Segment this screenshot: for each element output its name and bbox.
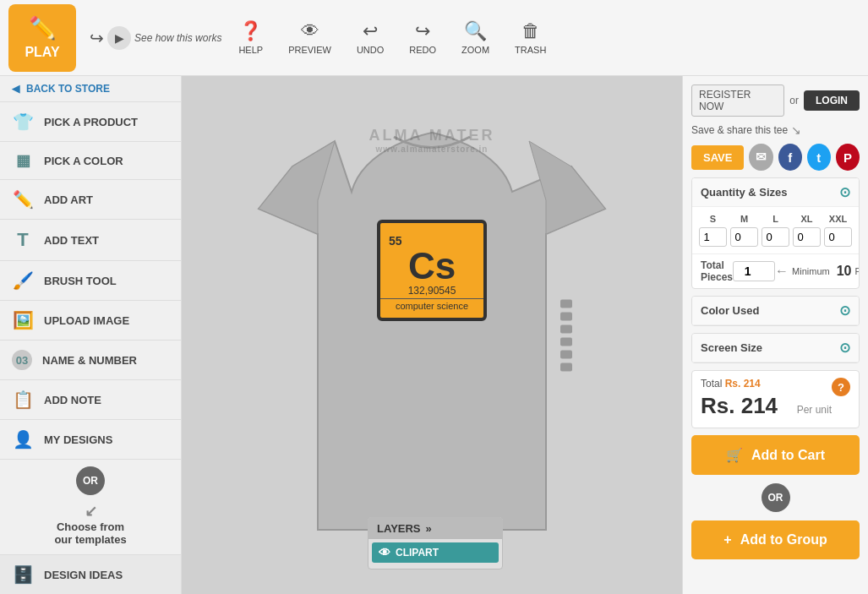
add-art-label: ADD ART [44, 193, 93, 206]
size-grid: S M L XL XXL [692, 207, 859, 253]
color-used-chevron-icon: ⊙ [839, 302, 850, 319]
zoom-button[interactable]: 🔍 ZOOM [453, 17, 498, 58]
resize-handle-6[interactable] [560, 363, 572, 372]
clipart-element[interactable]: 55 Cs 132,90545 computer science [377, 220, 487, 321]
resize-handle-3[interactable] [560, 325, 572, 334]
preview-button[interactable]: 👁 PREVIEW [280, 17, 340, 58]
size-xl-input[interactable] [793, 227, 821, 247]
or-circle: OR [76, 466, 105, 495]
my-designs-icon: 👤 [12, 429, 34, 450]
image-icon: 🖼️ [12, 310, 34, 330]
text-icon: T [12, 229, 34, 251]
sidebar-item-my-designs[interactable]: 👤 MY DESIGNS [0, 420, 181, 460]
resize-handle-1[interactable] [560, 300, 572, 308]
help-button[interactable]: ❓ HELP [230, 17, 271, 58]
how-it-works-link[interactable]: ↪ ▶ See how this works [90, 26, 221, 50]
add-to-group-label: Add to Group [740, 532, 827, 548]
back-to-store-label: BACK TO STORE [26, 83, 110, 95]
quantity-sizes-label: Quantity & Sizes [701, 186, 788, 199]
preview-icon: 👁 [301, 20, 319, 42]
pinterest-share-button[interactable]: P [836, 144, 860, 171]
sidebar-item-upload-image[interactable]: 🖼️ UPLOAD IMAGE [0, 301, 181, 341]
watermark: ALMA MATER www.almamaterstore.in [369, 127, 495, 154]
resize-handle-4[interactable] [560, 338, 572, 346]
play-label: PLAY [25, 45, 59, 60]
twitter-share-button[interactable]: t [807, 144, 831, 171]
trash-button[interactable]: 🗑 TRASH [506, 17, 554, 58]
sidebar-item-add-text[interactable]: T ADD TEXT [0, 220, 181, 261]
save-button[interactable]: SAVE [691, 145, 744, 170]
redo-button[interactable]: ↪ REDO [401, 17, 445, 58]
watermark-line2: www.almamaterstore.in [369, 144, 495, 154]
size-xxl-input[interactable] [824, 227, 852, 247]
save-share-label: Save & share this tee [691, 124, 788, 136]
size-s-input[interactable] [699, 227, 727, 247]
total-pieces-input[interactable] [733, 261, 775, 281]
size-m-input[interactable] [730, 227, 758, 247]
undo-button[interactable]: ↩ UNDO [348, 17, 392, 58]
resize-handle-2[interactable] [560, 313, 572, 321]
play-icon: ✏️ [29, 15, 56, 41]
redo-icon: ↪ [415, 20, 430, 42]
screen-size-header[interactable]: Screen Size ⊙ [692, 334, 859, 362]
arrow-icon: ↪ [90, 28, 104, 48]
quantity-chevron-icon: ⊙ [839, 184, 850, 200]
size-xxl-label: XXL [824, 214, 852, 224]
preview-label: PREVIEW [288, 45, 331, 55]
resize-handle-5[interactable] [560, 351, 572, 359]
size-l-input[interactable] [762, 227, 789, 247]
or-circle-right: OR [762, 483, 790, 512]
layers-expand-icon[interactable]: » [426, 522, 432, 535]
auth-or-label: or [789, 95, 799, 106]
back-to-store-link[interactable]: ◀ BACK TO STORE [0, 76, 181, 102]
layer-clipart-label: CLIPART [396, 547, 439, 559]
layers-panel: LAYERS » 👁 CLIPART [368, 517, 503, 569]
sidebar-item-design-ideas[interactable]: 🗄️ DESIGN IDEAS [0, 555, 181, 594]
resize-handles [560, 300, 572, 372]
auth-row: REGISTER NOW or LOGIN [691, 84, 860, 117]
total-row: TotalPieces ← Minimum 10 Pieces [692, 253, 859, 288]
email-share-button[interactable]: ✉ [749, 144, 772, 171]
name-number-icon: 03 [12, 350, 32, 370]
sidebar-item-pick-product[interactable]: 👕 PICK A PRODUCT [0, 102, 181, 142]
tshirt-icon: 👕 [12, 112, 34, 132]
per-unit-label: Per unit [797, 404, 832, 416]
choose-templates-label: Choose fromour templates [54, 520, 126, 546]
total-price-value: Rs. 214 [725, 378, 761, 390]
choose-templates-link[interactable]: ↙ Choose fromour templates [0, 497, 181, 555]
play-button[interactable]: ✏️ PLAY [8, 4, 76, 72]
size-s-label: S [699, 214, 727, 224]
redo-label: REDO [409, 45, 436, 55]
pick-color-label: PICK A COLOR [44, 155, 123, 167]
add-to-group-button[interactable]: + Add to Group [691, 520, 860, 559]
undo-icon: ↩ [363, 20, 378, 42]
sidebar-item-add-note[interactable]: 📋 ADD NOTE [0, 380, 181, 420]
sidebar-item-name-number[interactable]: 03 NAME & NUMBER [0, 341, 181, 380]
register-link[interactable]: REGISTER NOW [691, 84, 784, 117]
price-help-icon[interactable]: ? [832, 378, 850, 396]
quantity-sizes-header[interactable]: Quantity & Sizes ⊙ [692, 178, 859, 207]
templates-arrow-icon: ↙ [8, 502, 172, 520]
facebook-share-button[interactable]: f [778, 144, 802, 171]
sidebar-item-pick-color[interactable]: ▦ PICK A COLOR [0, 142, 181, 180]
watermark-line1: ALMA MATER [369, 127, 495, 144]
element-name: computer science [380, 298, 483, 311]
color-icon: ▦ [12, 151, 34, 170]
login-button[interactable]: LOGIN [804, 90, 860, 111]
sidebar-item-brush-tool[interactable]: 🖌️ BRUSH TOOL [0, 261, 181, 301]
zoom-label: ZOOM [461, 45, 489, 55]
back-arrow-icon: ◀ [12, 83, 19, 95]
sidebar-item-add-art[interactable]: ✏️ ADD ART [0, 180, 181, 220]
group-icon: + [723, 532, 731, 548]
layers-body: 👁 CLIPART [368, 539, 502, 569]
social-row: SAVE ✉ f t P [691, 144, 860, 171]
canvas-area: ALMA MATER www.almamaterstore.in 55 Cs 1… [182, 76, 682, 594]
add-to-cart-button[interactable]: 🛒 Add to Cart [691, 435, 860, 475]
add-to-cart-label: Add to Cart [751, 448, 825, 463]
tshirt-svg [250, 116, 614, 555]
layer-clipart[interactable]: 👁 CLIPART [372, 542, 499, 563]
size-xl-label: XL [793, 214, 821, 224]
save-share-row: Save & share this tee ↘ [691, 123, 860, 137]
color-used-header[interactable]: Color Used ⊙ [692, 297, 859, 325]
min-label: Minimum [792, 266, 830, 276]
